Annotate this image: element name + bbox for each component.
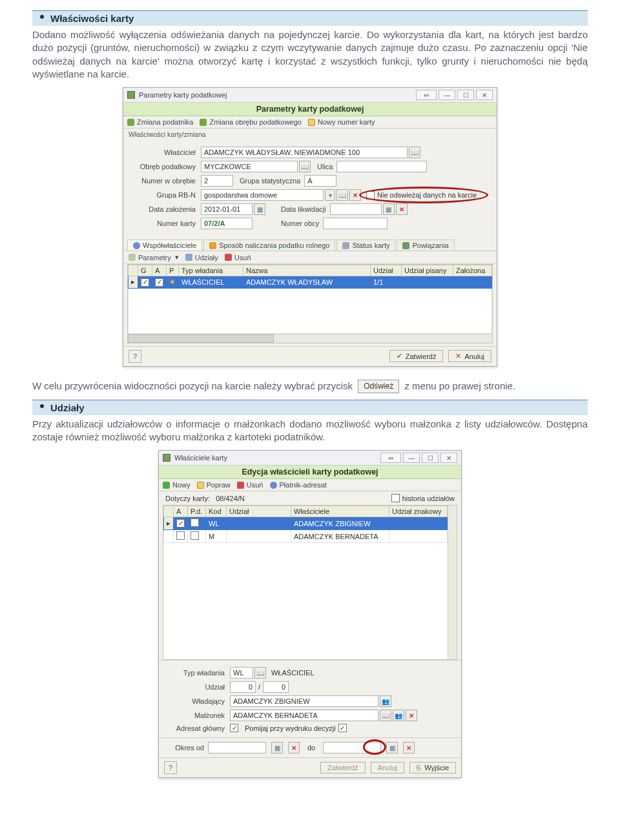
input-udzial-b[interactable] (263, 681, 289, 693)
zatwierdz-button[interactable]: Zatwierdź (320, 762, 366, 773)
checkbox-icon[interactable] (191, 518, 199, 527)
lookup-people-button[interactable]: 👥 (380, 695, 391, 707)
clear-button[interactable]: ✕ (288, 742, 300, 753)
checkbox-icon[interactable] (141, 278, 149, 287)
checkbox-nie-odswiezaj[interactable]: Nie odswieżaj danych na karcie (366, 191, 477, 200)
col-g[interactable]: G (138, 265, 152, 276)
checkbox-historia[interactable]: historia udziałów (391, 494, 455, 502)
input-wlasciciel[interactable] (201, 147, 408, 158)
lookup-button[interactable]: 📖 (299, 161, 311, 172)
col-pd[interactable]: P.d. (188, 506, 206, 517)
input-numer-w-obrebie[interactable] (201, 175, 233, 187)
table-row[interactable]: ▸ ★ WŁAŚCICIEL ADAMCZYK WŁADYSŁAW 1/1 (129, 276, 492, 289)
calendar-button[interactable]: ▦ (386, 742, 398, 753)
cell-udzial: 1/1 (371, 276, 402, 289)
input-wladajacy[interactable] (230, 695, 378, 707)
tab-powiazania[interactable]: Powiązania (397, 240, 454, 251)
maximize-button[interactable]: ☐ (457, 90, 474, 100)
checkbox-icon[interactable] (155, 278, 163, 287)
anuluj-button[interactable]: Anuluj (371, 762, 405, 773)
lookup-button[interactable]: 📖 (409, 147, 420, 158)
label-data-zal: Data założenia (130, 205, 201, 213)
input-grupa-stat[interactable] (304, 175, 336, 187)
minimize-button[interactable]: — (403, 453, 420, 463)
vertical-scrollbar[interactable] (448, 506, 457, 659)
pin-button[interactable]: ⇔ (416, 90, 437, 100)
tab-status-karty[interactable]: Status karty (336, 240, 395, 251)
col-zalozona[interactable]: Założona (453, 265, 492, 276)
input-malzonek[interactable] (230, 710, 378, 721)
toolbar-popraw[interactable]: Popraw (197, 481, 231, 489)
lookup-people-button[interactable]: 👥 (393, 710, 404, 721)
col-udzial[interactable]: Udział (227, 506, 291, 517)
subtool-udzialy[interactable]: Udziały (185, 254, 218, 261)
calendar-button[interactable]: ▦ (271, 742, 283, 753)
help-button[interactable]: ? (164, 761, 177, 774)
col-typ[interactable]: Typ władania (179, 265, 243, 276)
wyjscie-button[interactable]: ⎘Wyjście (409, 762, 456, 773)
clear-button[interactable]: ✕ (349, 189, 361, 201)
dropdown-button[interactable]: ▾ (325, 189, 335, 201)
grid-wspolwlasciciele[interactable]: G A P Typ władania Nazwa Udział Udział p… (127, 264, 493, 343)
col-a[interactable]: A (174, 506, 188, 517)
anuluj-button[interactable]: ✕Anuluj (448, 350, 491, 362)
people-icon (133, 242, 140, 249)
checkbox-adresat[interactable] (230, 724, 238, 732)
clear-button[interactable]: ✕ (406, 710, 417, 721)
toolbar-zmiana-podatnika[interactable]: Zmiana podatnika (127, 118, 193, 126)
toolbar-nowy[interactable]: Nowy (163, 481, 191, 489)
tab-wspolwlasciciele[interactable]: Współwłaściciele (127, 240, 202, 251)
minimize-button[interactable]: — (439, 90, 455, 100)
input-data-likwidacji[interactable] (330, 203, 382, 215)
checkbox-icon[interactable] (176, 531, 185, 540)
input-okres-od[interactable] (208, 742, 266, 753)
table-row[interactable]: M ADAMCZYK BERNADETA (164, 530, 448, 543)
toolbar-zmiana-obrebu[interactable]: Zmiana obrębu podatkowego (200, 118, 301, 126)
col-wlasciciele[interactable]: Właściciele (291, 506, 389, 517)
toolbar-usun[interactable]: Usuń (237, 481, 264, 489)
horizontal-scrollbar[interactable] (128, 334, 492, 343)
table-row[interactable]: ▸ WL ADAMCZYK ZBIGNIEW (164, 517, 448, 530)
lookup-book-button[interactable]: 📖 (380, 710, 391, 721)
grid-wlasciciele[interactable]: A P.d. Kod Udział Właściciele Udział zna… (163, 505, 457, 660)
help-button[interactable]: ? (129, 350, 141, 363)
col-p[interactable]: P (167, 265, 179, 276)
mid-pre: W celu przywrócenia widoczności pozycji … (32, 380, 353, 391)
calendar-button[interactable]: ▦ (254, 203, 265, 215)
checkbox-icon[interactable] (191, 531, 199, 540)
zatwierdz-button[interactable]: ✔Zatwierdź (389, 350, 444, 362)
pin-button[interactable]: ⇔ (380, 453, 401, 463)
label-numer-karty: Numer karty (130, 220, 201, 227)
input-udzial-a[interactable] (230, 681, 256, 693)
col-kod[interactable]: Kod (206, 506, 227, 517)
tab-sposob-naliczania[interactable]: Sposób naliczania podatku rolnego (203, 240, 335, 251)
input-ulica[interactable] (336, 161, 427, 172)
lookup-button[interactable]: 📖 (254, 667, 266, 679)
col-nazwa[interactable]: Nazwa (243, 265, 371, 276)
grid-empty-area (163, 543, 448, 659)
col-a[interactable]: A (152, 265, 167, 276)
col-udzial-znakowy[interactable]: Udział znakowy (389, 506, 448, 517)
select-grupa-rbn[interactable] (201, 189, 324, 201)
toolbar-platnik[interactable]: Płatnik-adresat (270, 481, 327, 489)
input-data-zalozenia[interactable] (201, 203, 253, 215)
maximize-button[interactable]: ☐ (422, 453, 439, 463)
checkbox-icon[interactable] (176, 519, 185, 528)
clear-button[interactable]: ✕ (403, 742, 415, 753)
input-numer-karty[interactable] (201, 218, 253, 229)
input-typ-wladania-code[interactable] (230, 667, 253, 679)
toolbar-nowy-numer[interactable]: Nowy numer karty (308, 118, 375, 126)
col-udzial-pisany[interactable]: Udział pisany (402, 265, 453, 276)
calendar-button[interactable]: ▦ (383, 203, 395, 215)
checkbox-pomin[interactable] (338, 724, 347, 732)
input-numer-obcy[interactable] (323, 218, 388, 229)
subtool-usun[interactable]: Usuń (225, 254, 251, 261)
lookup-button[interactable]: 📖 (336, 189, 348, 201)
clear-button[interactable]: ✕ (396, 203, 408, 215)
input-okres-do[interactable] (323, 742, 381, 753)
subtool-parametry[interactable]: Parametry▾ (129, 253, 179, 261)
col-udzial[interactable]: Udział (371, 265, 402, 276)
input-obreb[interactable] (201, 161, 298, 172)
close-button[interactable]: ✕ (476, 90, 493, 100)
close-button[interactable]: ✕ (440, 453, 457, 463)
